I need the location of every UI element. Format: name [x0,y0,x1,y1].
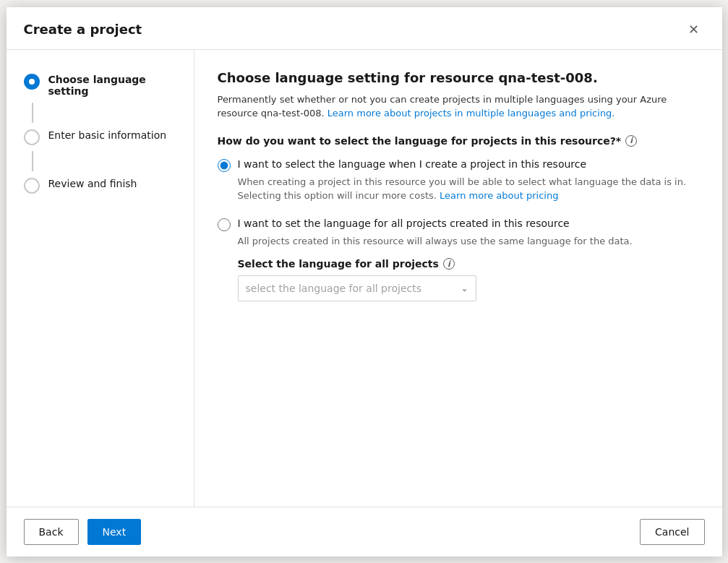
radio-desc-link-1[interactable]: Learn more about pricing [440,190,558,201]
question-info-icon[interactable]: i [625,135,637,147]
question-text: How do you want to select the language f… [218,135,622,147]
radio-input-1[interactable] [218,159,231,172]
create-project-dialog: Create a project ✕ Choose language setti… [7,7,722,556]
radio-option-1-row: I want to select the language when I cre… [218,158,699,172]
select-language-label: Select the language for all projects i [238,258,699,270]
connector-1 [32,103,33,123]
select-info-icon[interactable]: i [443,258,455,270]
radio-option-2: I want to set the language for all proje… [218,218,699,302]
radio-option-2-row: I want to set the language for all proje… [218,218,699,231]
step-1-circle [24,74,40,90]
dialog-footer: Back Next Cancel [7,507,722,556]
radio-label-2[interactable]: I want to set the language for all proje… [238,218,570,229]
select-wrapper: select the language for all projects ⌄ [238,275,476,301]
step-3-label: Review and finish [48,177,137,189]
main-content: Choose language setting for resource qna… [194,50,722,507]
radio-option-1: I want to select the language when I cre… [218,158,699,203]
cancel-button[interactable]: Cancel [640,519,704,545]
next-button[interactable]: Next [87,519,142,545]
language-select-dropdown[interactable]: select the language for all projects ⌄ [238,275,476,301]
close-button[interactable]: ✕ [682,19,705,40]
sidebar: Choose language setting Enter basic info… [7,50,194,507]
dialog-header: Create a project ✕ [7,7,722,50]
chevron-down-icon: ⌄ [461,283,468,293]
sidebar-item-review-finish[interactable]: Review and finish [7,171,194,199]
radio-description-1: When creating a project in this resource… [238,175,699,203]
radio-group: I want to select the language when I cre… [218,158,699,302]
radio-input-2[interactable] [218,218,231,231]
sidebar-item-basic-info[interactable]: Enter basic information [7,123,194,151]
back-button[interactable]: Back [24,519,79,545]
step-1-label: Choose language setting [48,73,176,97]
step-2-label: Enter basic information [48,129,167,141]
description-link[interactable]: Learn more about projects in multiple la… [327,108,615,119]
connector-2 [32,151,33,171]
radio-description-2: All projects created in this resource wi… [238,234,699,249]
section-title: Choose language setting for resource qna… [218,70,699,85]
select-label-text: Select the language for all projects [238,258,439,270]
dialog-body: Choose language setting Enter basic info… [7,50,722,507]
select-language-section: Select the language for all projects i s… [238,258,699,301]
radio-label-1[interactable]: I want to select the language when I cre… [238,158,587,170]
step-2-circle [24,129,40,145]
section-description: Permanently set whether or not you can c… [218,93,699,121]
sidebar-item-choose-language[interactable]: Choose language setting [7,67,194,103]
dialog-title: Create a project [24,22,142,37]
question-label: How do you want to select the language f… [218,135,699,147]
footer-left-buttons: Back Next [24,519,142,545]
step-3-circle [24,178,40,194]
select-placeholder: select the language for all projects [246,283,422,294]
